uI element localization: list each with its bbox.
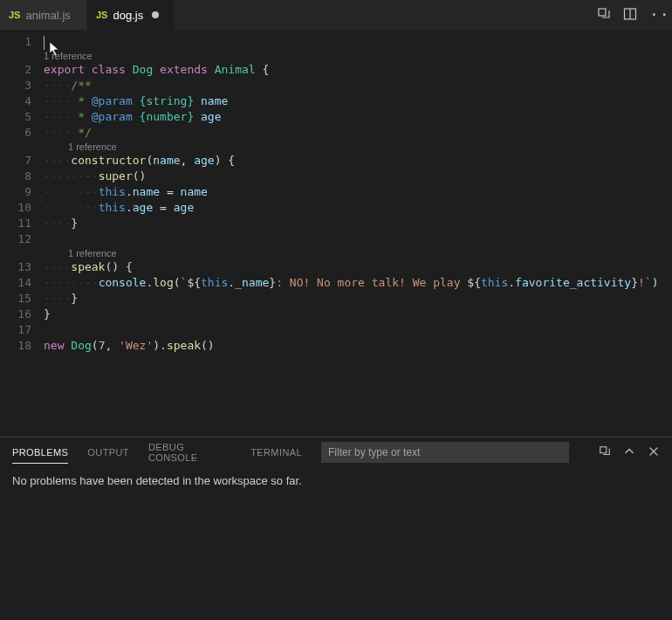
problems-body: No problems have been detected in the wo…: [0, 467, 672, 620]
problems-empty-message: No problems have been detected in the wo…: [12, 474, 302, 487]
code-line: ········super(): [44, 169, 672, 184]
svg-rect-0: [599, 9, 606, 16]
svg-rect-3: [600, 447, 607, 453]
code-line: ····speak() {: [44, 259, 672, 275]
code-line: [44, 231, 672, 247]
dirty-indicator-icon: [152, 11, 159, 18]
code-line: new Dog(7, 'Wez').speak(): [44, 338, 672, 354]
code-line: ········this.age = age: [44, 200, 672, 216]
tab-animal-js[interactable]: JS animal.js: [0, 0, 87, 30]
tab-debug-console[interactable]: DEBUG CONSOLE: [148, 442, 231, 463]
js-icon: JS: [9, 10, 20, 20]
code-content[interactable]: 1 reference export class Dog extends Ani…: [44, 34, 672, 437]
code-line: ···· * @param {string} name: [44, 93, 672, 109]
codelens[interactable]: 1 reference: [44, 141, 672, 153]
tab-terminal[interactable]: TERMINAL: [250, 447, 302, 458]
tab-output[interactable]: OUTPUT: [87, 447, 129, 458]
more-actions-icon[interactable]: ···: [649, 8, 663, 22]
code-line: ····}: [44, 216, 672, 231]
code-line: ····}: [44, 291, 672, 307]
codelens[interactable]: 1 reference: [44, 247, 672, 259]
code-line: ········console.log(`${this._name}: NO! …: [44, 275, 672, 291]
close-panel-icon[interactable]: [648, 445, 660, 459]
tab-problems[interactable]: PROBLEMS: [12, 447, 68, 464]
bottom-panel: PROBLEMS OUTPUT DEBUG CONSOLE TERMINAL N…: [0, 437, 672, 620]
compare-changes-icon[interactable]: [597, 7, 611, 24]
code-line: ···· */: [44, 125, 672, 141]
codelens[interactable]: 1 reference: [44, 50, 672, 62]
tab-dog-js[interactable]: JS dog.js: [87, 0, 175, 30]
tab-actions: ···: [588, 0, 672, 30]
line-number-gutter: 1 2 3 4 5 6 7 8 9 10 11 12 13 14 15 16 1…: [0, 34, 44, 437]
tab-label: animal.js: [25, 9, 70, 22]
code-line: ····/**: [44, 78, 672, 93]
code-line: ····constructor(name, age) {: [44, 153, 672, 169]
problems-filter: [321, 442, 569, 463]
tab-label: dog.js: [113, 9, 143, 22]
code-line: [44, 322, 672, 338]
code-line: ···· * @param {number} age: [44, 109, 672, 125]
js-icon: JS: [96, 10, 107, 20]
maximize-panel-icon[interactable]: [623, 445, 635, 459]
code-line: }: [44, 307, 672, 322]
code-line: export class Dog extends Animal {: [44, 62, 672, 78]
code-line: ········this.name = name: [44, 184, 672, 200]
collapse-all-icon[interactable]: [599, 445, 611, 459]
code-editor[interactable]: 1 2 3 4 5 6 7 8 9 10 11 12 13 14 15 16 1…: [0, 31, 672, 437]
split-editor-icon[interactable]: [623, 7, 637, 24]
filter-input[interactable]: [321, 442, 569, 463]
text-cursor: [44, 36, 45, 50]
editor-tab-bar: JS animal.js JS dog.js ···: [0, 0, 672, 31]
panel-tab-bar: PROBLEMS OUTPUT DEBUG CONSOLE TERMINAL: [0, 437, 672, 467]
code-line: [44, 34, 672, 50]
